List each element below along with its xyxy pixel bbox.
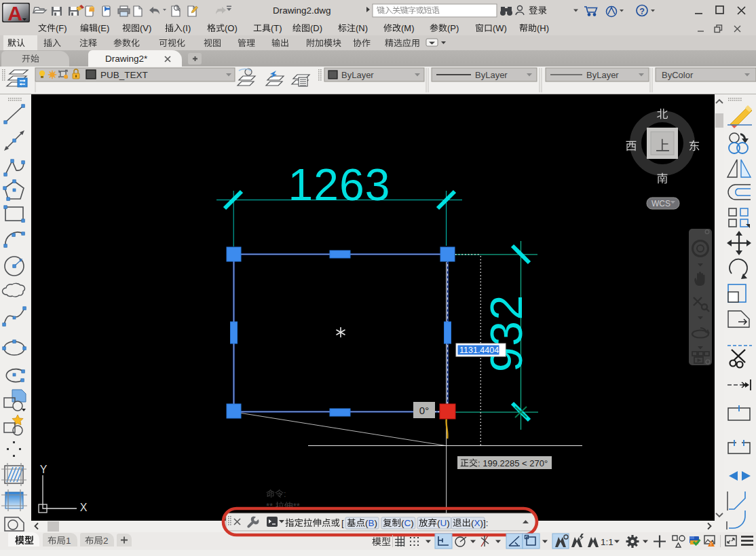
svg-text:(M): (M) xyxy=(401,23,415,33)
svg-text:C: C xyxy=(404,518,411,528)
svg-text:ByLayer: ByLayer xyxy=(586,70,619,80)
svg-text:(H): (H) xyxy=(537,23,549,33)
svg-text:!: ! xyxy=(711,542,712,546)
svg-text:A: A xyxy=(7,2,22,24)
svg-text:?: ? xyxy=(639,7,645,16)
svg-text:(P): (P) xyxy=(447,23,459,33)
svg-text:1131.4404: 1131.4404 xyxy=(459,346,499,355)
svg-text:932: 932 xyxy=(481,294,531,372)
svg-text:U: U xyxy=(440,518,447,528)
svg-text:Drawing2.dwg: Drawing2.dwg xyxy=(273,5,331,16)
svg-text:(O): (O) xyxy=(225,23,238,33)
svg-text:ByLayer: ByLayer xyxy=(341,70,374,80)
svg-text::: : xyxy=(284,489,286,499)
svg-text:Y: Y xyxy=(40,464,48,475)
svg-text:(T): (T) xyxy=(271,23,282,33)
svg-text:(W): (W) xyxy=(493,23,507,33)
svg-text:X: X xyxy=(474,518,480,528)
svg-text:(F): (F) xyxy=(56,23,67,33)
svg-text:WCS: WCS xyxy=(651,199,670,208)
svg-text:(D): (D) xyxy=(310,23,322,33)
svg-text:Drawing2*: Drawing2* xyxy=(105,54,148,64)
svg-text:2: 2 xyxy=(103,536,109,546)
svg-text:(I): (I) xyxy=(183,23,191,33)
svg-text:X: X xyxy=(80,502,88,513)
svg-text:(V): (V) xyxy=(140,23,151,33)
svg-text:(N): (N) xyxy=(356,23,368,33)
svg-text:B: B xyxy=(368,518,374,528)
svg-text:): ) xyxy=(447,518,450,528)
svg-text:(E): (E) xyxy=(98,23,109,33)
svg-text:1: 1 xyxy=(66,536,71,546)
svg-text:ByLayer: ByLayer xyxy=(475,70,508,80)
svg-text:1263: 1263 xyxy=(288,160,391,210)
svg-text:): ) xyxy=(411,518,414,528)
svg-text:): ) xyxy=(375,518,378,528)
svg-text:: 199.2285 < 270°: : 199.2285 < 270° xyxy=(478,458,548,468)
svg-text:0°: 0° xyxy=(419,405,429,416)
svg-text:PUB_TEXT: PUB_TEXT xyxy=(100,70,148,80)
svg-text:[: [ xyxy=(341,518,344,528)
svg-text:1:1: 1:1 xyxy=(601,537,613,547)
svg-text:ByColor: ByColor xyxy=(662,70,694,80)
svg-text:]:: ]: xyxy=(483,518,489,528)
